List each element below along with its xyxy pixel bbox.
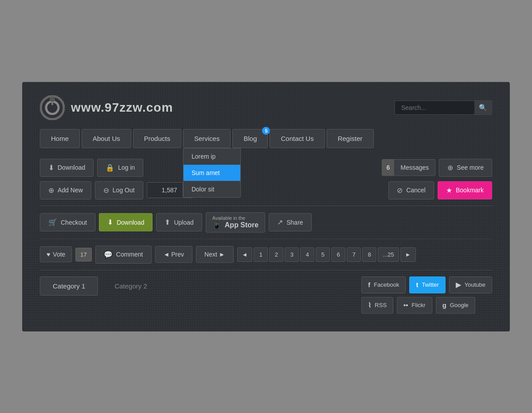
vote-count: 17 (75, 248, 91, 261)
download-green-label: Download (117, 219, 144, 226)
nav-item-register[interactable]: Register (327, 129, 374, 148)
plus-circle-icon: ⊕ (447, 164, 453, 172)
comment-icon: 💬 (104, 250, 113, 259)
google-button[interactable]: g Google (436, 297, 475, 314)
phone-icon: 📱 (212, 221, 221, 230)
number-input[interactable] (147, 183, 183, 198)
nav-item-about[interactable]: About Us (82, 129, 131, 148)
category-1-button[interactable]: Category 1 (40, 277, 98, 296)
download-green-button[interactable]: ⬇ Download (99, 213, 153, 231)
pg-5[interactable]: 5 (316, 247, 330, 262)
pg-first[interactable]: ◄ (237, 247, 253, 262)
add-new-button[interactable]: ⊕ Add New (40, 181, 91, 199)
main-container: www.97zzw.com 🔍 Home About Us Products S… (22, 82, 510, 331)
button-row-1: ⬇ Download 🔒 Log in 6 Messages ⊕ See mor… (40, 159, 492, 177)
share-icon: ↗ (277, 218, 283, 226)
nav-item-services[interactable]: Services (183, 129, 231, 148)
appstore-subtext: Available in the (212, 215, 245, 221)
category-2-button[interactable]: Category 2 (102, 277, 160, 296)
comment-label: Comment (116, 251, 143, 258)
comment-button[interactable]: 💬 Comment (95, 245, 152, 264)
prev-label: ◄ Prev (164, 251, 184, 258)
cancel-label: Cancel (406, 187, 426, 194)
vote-label: Vote (53, 251, 65, 258)
see-more-button[interactable]: ⊕ See more (439, 159, 492, 177)
logout-label: Log Out (113, 187, 135, 194)
nav-item-home[interactable]: Home (40, 129, 80, 148)
upload-label: Upload (174, 219, 193, 226)
google-icon: g (442, 301, 446, 309)
site-title: www.97zzw.com (71, 101, 173, 115)
appstore-button[interactable]: Available in the 📱 App Store (206, 212, 265, 233)
pg-1[interactable]: 1 (254, 247, 268, 262)
twitter-button[interactable]: t Twitter (409, 277, 445, 293)
youtube-label: Youtube (465, 281, 485, 288)
pg-4[interactable]: 4 (300, 247, 314, 262)
prev-button[interactable]: ◄ Prev (155, 246, 193, 263)
facebook-icon: f (368, 281, 370, 288)
pg-2[interactable]: 2 (269, 247, 283, 262)
add-new-label: Add New (58, 187, 83, 194)
upload-button[interactable]: ⬆ Upload (156, 213, 202, 231)
button-row-2: ⊕ Add New ⊖ Log Out ▲ ▼ ⊘ Cancel ★ Bookm… (40, 181, 492, 199)
logout-button[interactable]: ⊖ Log Out (95, 181, 143, 199)
add-icon: ⊕ (48, 186, 54, 195)
logo-area: www.97zzw.com (40, 95, 173, 120)
login-button[interactable]: 🔒 Log in (97, 159, 143, 177)
rss-label: RSS (375, 302, 387, 308)
pg-last[interactable]: ► (400, 247, 416, 262)
nav-item-products[interactable]: Products (133, 129, 181, 148)
nav-item-services-wrapper: Services Lorem ip Sum amet Dolor sit (183, 129, 231, 148)
heart-icon: ♥ (47, 251, 50, 258)
pg-6[interactable]: 6 (331, 247, 345, 262)
see-more-label: See more (457, 164, 484, 171)
lock-icon: 🔒 (106, 164, 114, 172)
search-area: 🔍 (395, 100, 492, 115)
nav-item-contact[interactable]: Contact Us (270, 129, 325, 148)
youtube-icon: ▶ (456, 281, 461, 289)
bookmark-button[interactable]: ★ Bookmark (438, 181, 492, 199)
search-input[interactable] (395, 101, 474, 115)
facebook-label: Facebook (374, 281, 399, 288)
cart-icon: 🛒 (48, 218, 57, 226)
download-green-icon: ⬇ (107, 218, 113, 226)
appstore-label: App Store (225, 221, 258, 229)
checkout-button[interactable]: 🛒 Checkout (40, 213, 95, 231)
next-button[interactable]: Next ► (196, 246, 234, 263)
vote-button[interactable]: ♥ Vote (40, 246, 72, 262)
nav-item-blog[interactable]: Blog 5 (232, 129, 268, 148)
messages-button[interactable]: 6 Messages (382, 159, 436, 176)
google-label: Google (450, 302, 469, 308)
checkout-label: Checkout (61, 219, 87, 226)
download-icon: ⬇ (48, 164, 54, 172)
share-label: Share (286, 219, 303, 226)
nav-bar: Home About Us Products Services Lorem ip… (40, 129, 492, 148)
pagination: ◄ 1 2 3 4 5 6 7 8 ...25 ► (237, 247, 416, 262)
dropdown-item-dolor[interactable]: Dolor sit (184, 181, 240, 197)
pg-3[interactable]: 3 (285, 247, 299, 262)
dropdown-item-sum[interactable]: Sum amet (184, 165, 240, 181)
categories-area: Category 1 Category 2 (40, 277, 160, 296)
flickr-button[interactable]: •• Flickr (397, 297, 432, 314)
pg-ellipsis[interactable]: ...25 (378, 247, 399, 262)
vote-row: ♥ Vote 17 💬 Comment ◄ Prev Next ► ◄ 1 2 … (40, 245, 492, 264)
youtube-button[interactable]: ▶ Youtube (449, 277, 492, 293)
messages-label: Messages (394, 160, 435, 175)
logo-icon (40, 95, 65, 120)
pg-8[interactable]: 8 (362, 247, 376, 262)
dropdown-item-lorem[interactable]: Lorem ip (184, 148, 240, 165)
pg-7[interactable]: 7 (347, 247, 361, 262)
minus-icon: ⊖ (103, 186, 109, 195)
divider-2 (40, 239, 492, 239)
facebook-button[interactable]: f Facebook (361, 277, 406, 293)
next-label: Next ► (204, 251, 225, 258)
search-button[interactable]: 🔍 (474, 100, 492, 115)
cancel-button[interactable]: ⊘ Cancel (388, 181, 434, 199)
download-button[interactable]: ⬇ Download (40, 159, 94, 177)
social-row-1: f Facebook t Twitter ▶ Youtube (361, 277, 492, 293)
share-button[interactable]: ↗ Share (269, 213, 311, 231)
twitter-icon: t (416, 281, 418, 288)
rss-button[interactable]: ⌇ RSS (361, 297, 393, 314)
flickr-label: Flickr (412, 302, 426, 308)
button-row-3: 🛒 Checkout ⬇ Download ⬆ Upload Available… (40, 212, 492, 233)
